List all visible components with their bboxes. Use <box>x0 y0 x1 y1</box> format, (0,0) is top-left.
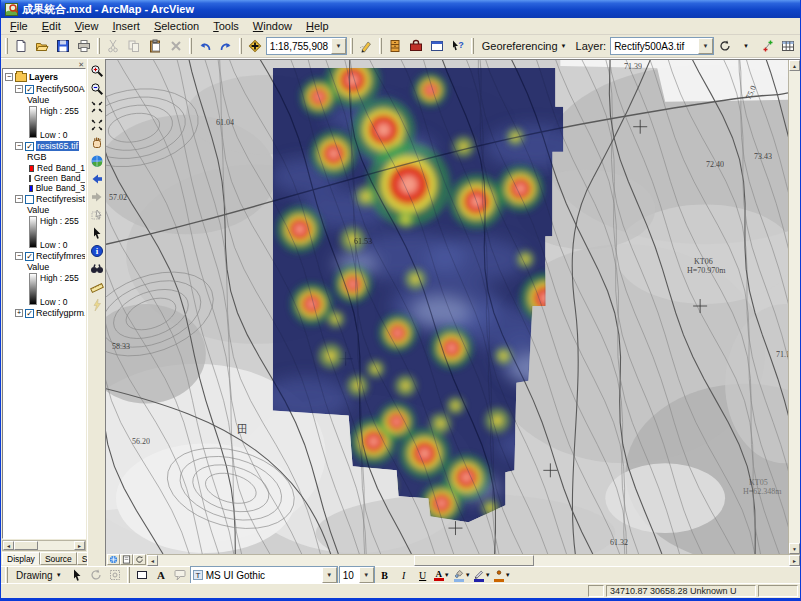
toolbar-grip[interactable] <box>127 567 130 583</box>
font-size-dropdown-button[interactable]: ▼ <box>359 567 374 583</box>
scroll-left-icon[interactable]: ◄ <box>147 555 158 566</box>
scroll-down-icon[interactable]: ▼ <box>789 543 800 554</box>
italic-button[interactable]: I <box>395 567 413 583</box>
toolbar-grip[interactable] <box>5 38 8 54</box>
layer-combo[interactable]: Rectify500A3.tif ▼ <box>610 37 714 55</box>
layer-name[interactable]: Rectifyresist65.tif <box>36 194 85 204</box>
toolbar-grip[interactable] <box>5 567 8 583</box>
menu-edit[interactable]: Edit <box>35 19 68 33</box>
toc-tab-display[interactable]: Display <box>2 552 40 565</box>
toc-horizontal-scrollbar[interactable]: ◄ ► <box>2 540 86 551</box>
open-button[interactable] <box>32 36 52 56</box>
layer-row[interactable]: − ✓ Rectifyfmresultc.tif <box>5 250 85 262</box>
toc-tab-source[interactable]: Source <box>40 552 77 565</box>
data-view-button[interactable] <box>107 554 120 565</box>
drawing-menu-button[interactable]: Drawing ▼ <box>11 567 67 583</box>
redo-button[interactable] <box>216 36 236 56</box>
refresh-view-button[interactable] <box>133 554 146 565</box>
menu-view[interactable]: View <box>68 19 106 33</box>
collapse-icon[interactable]: − <box>15 252 23 260</box>
layer-visibility-checkbox[interactable]: ✓ <box>25 252 34 261</box>
scroll-right-icon[interactable]: ► <box>789 555 800 566</box>
layer-visibility-checkbox[interactable]: ✓ <box>25 142 34 151</box>
arccatalog-button[interactable] <box>385 36 405 56</box>
toc-root-row[interactable]: − Layers <box>5 71 85 83</box>
layer-row[interactable]: − ✓ Rectify500A3.tif <box>5 83 85 95</box>
add-data-button[interactable] <box>245 36 265 56</box>
save-button[interactable] <box>53 36 73 56</box>
font-combo[interactable]: T MS UI Gothic ▼ <box>190 566 338 584</box>
underline-button[interactable]: U <box>414 567 432 583</box>
menu-tools[interactable]: Tools <box>206 19 246 33</box>
scroll-right-icon[interactable]: ► <box>74 541 85 550</box>
fixed-zoom-out-button[interactable] <box>88 116 105 133</box>
menu-selection[interactable]: Selection <box>147 19 206 33</box>
identify-button[interactable]: i <box>88 242 105 259</box>
paste-button[interactable] <box>145 36 165 56</box>
toc-scroll-thumb[interactable] <box>14 541 38 550</box>
menu-help[interactable]: Help <box>299 19 336 33</box>
georeferencing-menu-button[interactable]: Georeferencing ▼ <box>477 36 572 56</box>
select-elements-button[interactable] <box>88 224 105 241</box>
layer-visibility-checkbox[interactable]: ✓ <box>25 309 34 318</box>
undo-button[interactable] <box>195 36 215 56</box>
editor-pencil-button[interactable] <box>356 36 376 56</box>
map-canvas[interactable]: 71.3975.061.0473.4372.4057.0261.53KT06H=… <box>106 60 788 554</box>
bold-button[interactable]: B <box>376 567 394 583</box>
layer-row[interactable]: + ✓ Rectifygprm.tif <box>5 307 85 319</box>
command-window-button[interactable] <box>427 36 447 56</box>
new-button[interactable] <box>11 36 31 56</box>
caret-button[interactable]: ▼ <box>736 36 756 56</box>
scale-dropdown-button[interactable]: ▼ <box>331 38 346 54</box>
map-horizontal-scrollbar[interactable]: ◄ ► <box>147 554 800 566</box>
layer-name[interactable]: Rectifygprm.tif <box>36 308 85 318</box>
text-tool-button[interactable]: A <box>152 567 170 583</box>
layer-row[interactable]: − Rectifyresist65.tif <box>5 193 85 205</box>
collapse-icon[interactable]: − <box>5 73 13 81</box>
collapse-icon[interactable]: − <box>15 195 23 203</box>
zoom-out-button[interactable] <box>88 80 105 97</box>
map-vertical-scrollbar[interactable]: ▲ ▼ <box>788 60 800 554</box>
scroll-left-icon[interactable]: ◄ <box>3 541 14 550</box>
font-color-button[interactable]: A▼ <box>433 567 451 583</box>
rect-shape-button[interactable] <box>133 567 151 583</box>
map-hscroll-thumb[interactable] <box>414 555 534 566</box>
toc-close-icon[interactable]: ✕ <box>78 62 86 68</box>
pan-button[interactable] <box>88 134 105 151</box>
select-elements-button[interactable] <box>68 567 86 583</box>
font-dropdown-button[interactable]: ▼ <box>322 567 337 583</box>
fixed-zoom-in-button[interactable] <box>88 98 105 115</box>
scale-combo[interactable]: 1:18,755,908 ▼ <box>266 37 347 55</box>
title-bar[interactable]: 成果統合.mxd - ArcMap - ArcView <box>1 0 800 18</box>
layer-name[interactable]: Rectify500A3.tif <box>36 84 85 94</box>
collapse-icon[interactable]: − <box>15 85 23 93</box>
layer-visibility-checkbox[interactable]: ✓ <box>25 85 34 94</box>
whats-this-button[interactable]: ? <box>448 36 468 56</box>
layer-name[interactable]: resist65.tif <box>36 141 79 151</box>
print-button[interactable] <box>74 36 94 56</box>
scroll-up-icon[interactable]: ▲ <box>789 60 800 71</box>
menu-insert[interactable]: Insert <box>105 19 147 33</box>
rotate-button[interactable] <box>715 36 735 56</box>
layer-visibility-checkbox[interactable] <box>25 195 34 204</box>
layer-dropdown-button[interactable]: ▼ <box>698 38 713 54</box>
arctoolbox-button[interactable] <box>406 36 426 56</box>
toolbar-grip[interactable] <box>471 38 474 54</box>
menu-file[interactable]: File <box>3 19 35 33</box>
zoom-in-button[interactable] <box>88 62 105 79</box>
control-points-button[interactable] <box>757 36 777 56</box>
marker-color-button[interactable]: ▼ <box>493 567 511 583</box>
layout-view-button[interactable] <box>120 554 133 565</box>
font-size-combo[interactable]: 10 ▼ <box>339 566 375 584</box>
back-button[interactable] <box>88 170 105 187</box>
link-table-button[interactable] <box>778 36 798 56</box>
find-button[interactable] <box>88 260 105 277</box>
line-color-button[interactable]: ▼ <box>473 567 491 583</box>
toc-layer-tree[interactable]: − Layers − ✓ Rectify500A3.tifValue High … <box>2 68 86 539</box>
measure-button[interactable] <box>88 278 105 295</box>
collapse-icon[interactable]: − <box>15 142 23 150</box>
fill-color-button[interactable]: ▼ <box>453 567 471 583</box>
layer-name[interactable]: Rectifyfmresultc.tif <box>36 251 85 261</box>
layer-row[interactable]: − ✓ resist65.tif <box>5 140 85 152</box>
full-extent-button[interactable] <box>88 152 105 169</box>
